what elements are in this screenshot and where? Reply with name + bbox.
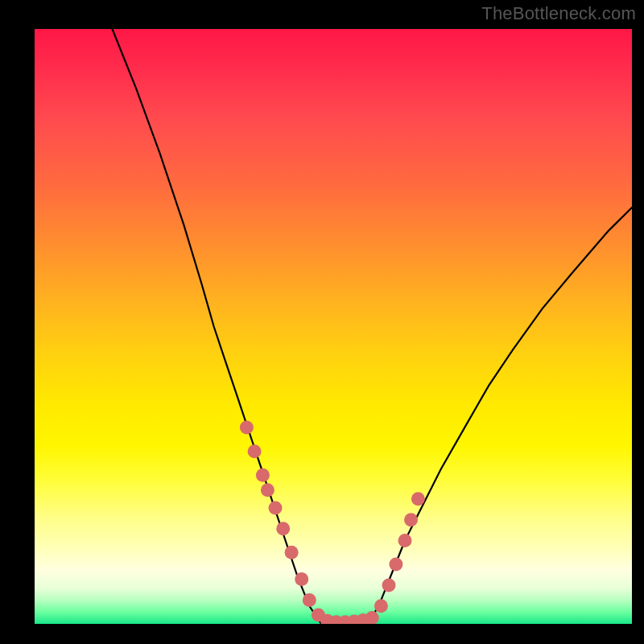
data-marker: [248, 444, 262, 458]
data-marker: [256, 469, 270, 482]
data-marker: [411, 492, 425, 506]
data-marker: [374, 599, 388, 613]
data-marker: [261, 483, 275, 497]
curve-group: [113, 29, 633, 624]
data-marker: [382, 579, 396, 592]
watermark-text: TheBottleneck.com: [481, 3, 636, 24]
data-marker: [285, 546, 299, 559]
data-marker: [295, 572, 308, 586]
plot-area: [35, 29, 632, 624]
chart-frame: TheBottleneck.com: [0, 0, 644, 644]
data-marker: [269, 501, 283, 514]
data-marker: [398, 534, 412, 547]
data-marker: [404, 513, 418, 526]
data-marker: [240, 421, 254, 435]
data-marker: [365, 611, 379, 624]
chart-svg: [35, 29, 632, 624]
data-marker: [389, 558, 402, 572]
data-marker: [276, 522, 290, 535]
marker-group: [240, 421, 425, 624]
data-marker: [303, 593, 316, 607]
bottleneck-curve: [113, 29, 633, 624]
